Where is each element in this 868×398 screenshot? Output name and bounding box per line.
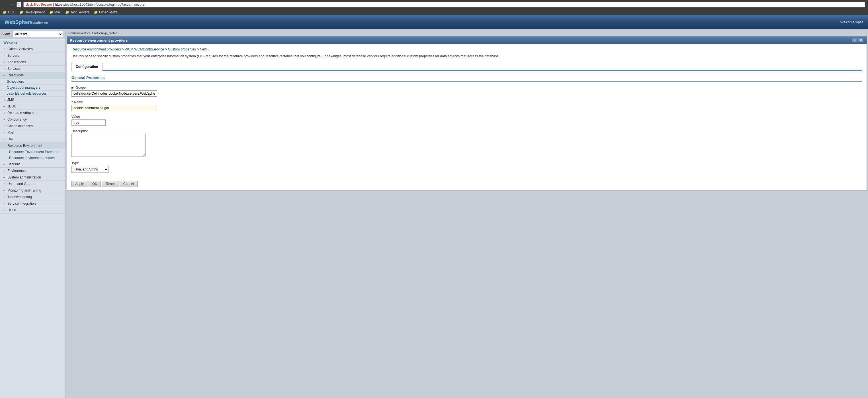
websphere-header: WebSphere.software Welcome wpsa <box>0 15 868 29</box>
plus-icon: + <box>3 182 6 186</box>
sidebar-item-security[interactable]: + Security <box>0 161 65 168</box>
name-input[interactable] <box>71 105 157 111</box>
breadcrumb-sep2: > <box>165 47 168 51</box>
sidebar-item-concurrency[interactable]: + Concurrency <box>0 116 65 123</box>
sidebar-item-uddi[interactable]: + UDDI <box>0 207 65 214</box>
description-textarea[interactable] <box>71 134 146 157</box>
required-star: * <box>71 100 73 104</box>
plus-icon: + <box>3 48 6 51</box>
sidebar-item-url[interactable]: + URL <box>0 136 65 143</box>
ws-software-text: software <box>34 21 48 25</box>
tab-bar: Configuration <box>71 62 862 71</box>
plus-icon: + <box>3 209 6 212</box>
sidebar-item-services[interactable]: + Services <box>0 65 65 72</box>
sidebar-item-monitoring[interactable]: + Monitoring and Tuning <box>0 187 65 194</box>
description-label: Description <box>71 129 862 133</box>
bookmark-test-servers[interactable]: 📁 Test Servers <box>65 10 89 14</box>
main-container: View: All tasks Welcome + Guided Activit… <box>0 29 868 398</box>
view-select[interactable]: All tasks <box>12 31 63 37</box>
plus-icon: + <box>3 118 6 121</box>
sidebar-item-applications[interactable]: + Applications <box>0 59 65 65</box>
plus-icon: + <box>3 98 6 102</box>
cancel-button[interactable]: Cancel <box>120 181 137 187</box>
sidebar-item-mail[interactable]: + Mail <box>0 130 65 136</box>
content-area: Cell=dockerCell, Profile=wp_profile Reso… <box>65 29 868 398</box>
bookmark-mac[interactable]: 📁 Mac <box>49 10 61 14</box>
sidebar-item-resource-env-entries[interactable]: Resource environment entries <box>0 155 65 161</box>
plus-icon: + <box>3 196 6 199</box>
sidebar-view-row: View: All tasks <box>0 29 65 39</box>
folder-icon: 📁 <box>49 10 53 14</box>
plus-icon: + <box>3 202 6 205</box>
plus-icon: + <box>3 112 6 115</box>
value-label: Value <box>71 115 862 119</box>
ws-logo: WebSphere.software <box>5 19 48 25</box>
panel-title-icons: ? ✕ <box>852 38 864 42</box>
sidebar-item-troubleshooting[interactable]: + Troubleshooting <box>0 194 65 200</box>
breadcrumb-resource-env-providers[interactable]: Resource environment providers <box>71 47 121 51</box>
sidebar-item-environment[interactable]: + Environment <box>0 168 65 174</box>
forward-button[interactable]: → <box>10 2 14 7</box>
warning-icon: ⚠ <box>26 3 29 6</box>
breadcrumb-sep3: > <box>197 47 199 51</box>
bookmark-hcl[interactable]: 📁 HCL <box>3 10 15 14</box>
value-input[interactable] <box>71 119 106 126</box>
view-label: View: <box>2 32 10 36</box>
panel-help-button[interactable]: ? <box>852 38 857 42</box>
sidebar-item-guided-activities[interactable]: + Guided Activities <box>0 46 65 53</box>
plus-icon: + <box>3 138 6 141</box>
browser-bar: ← → ↻ ⚠ ⚠ Not Secure | https://localhost… <box>0 0 868 9</box>
sidebar-item-resource-env-providers[interactable]: Resource Environment Providers <box>0 149 65 155</box>
back-button[interactable]: ← <box>3 2 7 7</box>
type-group: Type java.lang.String java.lang.Boolean … <box>71 161 862 173</box>
breadcrumb-custom-properties[interactable]: Custom properties <box>168 47 196 51</box>
folder-icon: 📁 <box>94 10 98 14</box>
bookmarks-bar: 📁 HCL 📁 Development 📁 Mac 📁 Test Servers… <box>0 9 868 15</box>
welcome-text: Welcome wpsa <box>840 20 863 24</box>
name-label: * Name <box>71 100 862 104</box>
plus-icon: + <box>3 131 6 134</box>
sidebar-item-resource-env[interactable]: − Resource Environment <box>0 143 65 149</box>
sidebar-item-jdbc[interactable]: + JDBC <box>0 103 65 110</box>
scope-input[interactable] <box>71 90 157 97</box>
plus-icon: + <box>3 67 6 70</box>
breadcrumb-sep1: > <box>122 47 125 51</box>
plus-icon: + <box>3 189 6 192</box>
apply-button[interactable]: Apply <box>71 181 87 187</box>
sidebar-item-users-groups[interactable]: + Users and Groups <box>0 181 65 187</box>
folder-icon: 📁 <box>3 10 7 14</box>
plus-icon: + <box>3 124 6 128</box>
panel-close-button[interactable]: ✕ <box>858 38 864 42</box>
sidebar-item-service-integration[interactable]: + Service integration <box>0 200 65 207</box>
ws-logo-text: WebSphere. <box>5 19 34 25</box>
minus-icon: − <box>3 144 6 147</box>
breadcrumb: Resource environment providers > WCM WCM… <box>71 47 862 51</box>
sidebar-item-system-admin[interactable]: + System administration <box>0 174 65 181</box>
sidebar-item-java-ee[interactable]: Java EE default resources <box>0 91 65 97</box>
ok-button[interactable]: OK <box>89 181 101 187</box>
plus-icon: + <box>3 61 6 64</box>
sidebar-item-resources[interactable]: − Resources <box>0 72 65 79</box>
sidebar-item-object-pool[interactable]: Object pool managers <box>0 85 65 91</box>
breadcrumb-wcm[interactable]: WCM WCMConfigService <box>125 47 164 51</box>
plus-icon: + <box>3 54 6 57</box>
sidebar-item-schedulers[interactable]: Schedulers <box>0 79 65 85</box>
type-select[interactable]: java.lang.String java.lang.Boolean java.… <box>71 166 108 173</box>
sidebar-item-jms[interactable]: + JMS <box>0 97 65 103</box>
sidebar-item-cache-instances[interactable]: + Cache instances <box>0 123 65 130</box>
reload-button[interactable]: ↻ <box>17 2 21 7</box>
sidebar-item-welcome[interactable]: Welcome <box>0 39 65 46</box>
bookmark-other-stuffs[interactable]: 📁 Other Stuffs <box>94 10 117 14</box>
scope-label: ▶ Scope <box>71 86 862 89</box>
address-bar[interactable]: ⚠ ⚠ Not Secure | https://localhost:10041… <box>23 2 865 7</box>
reset-button[interactable]: Reset <box>102 181 118 187</box>
plus-icon: + <box>3 105 6 108</box>
sidebar-item-servers[interactable]: + Servers <box>0 53 65 59</box>
bookmark-development[interactable]: 📁 Development <box>19 10 45 14</box>
sidebar-item-resource-adapters[interactable]: + Resource Adapters <box>0 110 65 116</box>
folder-icon: 📁 <box>65 10 69 14</box>
tab-configuration[interactable]: Configuration <box>71 63 102 71</box>
plus-icon: + <box>3 169 6 172</box>
security-warning: ⚠ ⚠ Not Secure | <box>26 3 54 6</box>
cell-profile-bar: Cell=dockerCell, Profile=wp_profile <box>67 30 867 36</box>
